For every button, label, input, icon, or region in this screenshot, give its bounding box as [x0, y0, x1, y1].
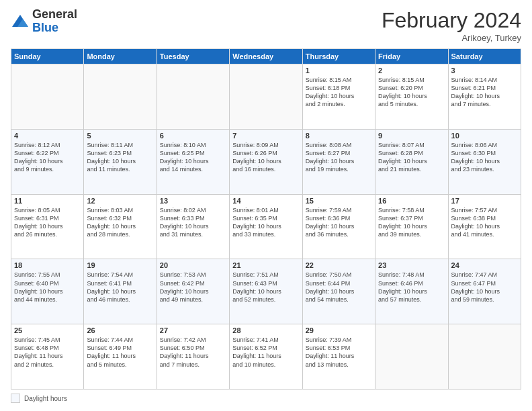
col-header-monday: Monday [84, 49, 157, 64]
day-number: 7 [232, 132, 299, 140]
col-header-thursday: Thursday [302, 49, 375, 64]
day-info: Sunrise: 7:59 AM Sunset: 6:36 PM Dayligh… [306, 206, 372, 239]
day-info: Sunrise: 8:11 AM Sunset: 6:23 PM Dayligh… [87, 141, 153, 174]
calendar-body: 1Sunrise: 8:15 AM Sunset: 6:18 PM Daylig… [11, 64, 521, 390]
day-number: 20 [160, 261, 226, 269]
day-number: 1 [306, 66, 372, 75]
day-number: 9 [378, 132, 445, 140]
calendar-cell: 2Sunrise: 8:15 AM Sunset: 6:20 PM Daylig… [375, 64, 448, 130]
calendar-cell: 13Sunrise: 8:02 AM Sunset: 6:33 PM Dayli… [157, 194, 229, 259]
day-number: 27 [160, 326, 226, 334]
week-row-2: 4Sunrise: 8:12 AM Sunset: 6:22 PM Daylig… [11, 129, 521, 194]
week-row-4: 18Sunrise: 7:55 AM Sunset: 6:40 PM Dayli… [11, 259, 521, 324]
calendar-cell: 25Sunrise: 7:45 AM Sunset: 6:48 PM Dayli… [11, 324, 84, 390]
calendar-cell: 14Sunrise: 8:01 AM Sunset: 6:35 PM Dayli… [230, 194, 302, 259]
day-info: Sunrise: 8:07 AM Sunset: 6:28 PM Dayligh… [378, 141, 445, 174]
day-info: Sunrise: 7:54 AM Sunset: 6:41 PM Dayligh… [87, 271, 153, 304]
calendar-cell [157, 64, 229, 130]
day-number: 8 [306, 132, 372, 140]
day-number: 26 [87, 326, 153, 334]
day-number: 4 [14, 132, 81, 140]
col-header-tuesday: Tuesday [157, 49, 229, 64]
day-info: Sunrise: 8:12 AM Sunset: 6:22 PM Dayligh… [14, 141, 81, 174]
week-row-1: 1Sunrise: 8:15 AM Sunset: 6:18 PM Daylig… [11, 64, 521, 130]
day-info: Sunrise: 7:48 AM Sunset: 6:46 PM Dayligh… [378, 271, 445, 304]
week-row-5: 25Sunrise: 7:45 AM Sunset: 6:48 PM Dayli… [11, 324, 521, 390]
calendar-cell: 15Sunrise: 7:59 AM Sunset: 6:36 PM Dayli… [302, 194, 375, 259]
logo: General Blue [11, 8, 77, 35]
calendar-cell: 19Sunrise: 7:54 AM Sunset: 6:41 PM Dayli… [84, 259, 157, 324]
day-info: Sunrise: 8:02 AM Sunset: 6:33 PM Dayligh… [160, 206, 226, 239]
day-number: 14 [232, 197, 299, 205]
day-info: Sunrise: 8:08 AM Sunset: 6:27 PM Dayligh… [306, 141, 372, 174]
day-number: 6 [160, 132, 226, 140]
day-info: Sunrise: 8:01 AM Sunset: 6:35 PM Dayligh… [232, 206, 299, 239]
calendar-cell: 28Sunrise: 7:41 AM Sunset: 6:52 PM Dayli… [230, 324, 302, 390]
day-info: Sunrise: 7:57 AM Sunset: 6:38 PM Dayligh… [451, 206, 518, 239]
calendar-cell: 17Sunrise: 7:57 AM Sunset: 6:38 PM Dayli… [448, 194, 521, 259]
col-header-sunday: Sunday [11, 49, 84, 64]
col-header-friday: Friday [375, 49, 448, 64]
day-number: 15 [306, 197, 372, 205]
calendar-cell: 3Sunrise: 8:14 AM Sunset: 6:21 PM Daylig… [448, 64, 521, 130]
logo-blue-text: Blue [32, 21, 58, 34]
day-number: 29 [306, 326, 372, 334]
day-number: 13 [160, 197, 226, 205]
week-row-3: 11Sunrise: 8:05 AM Sunset: 6:31 PM Dayli… [11, 194, 521, 259]
day-number: 16 [378, 197, 445, 205]
daylight-label: Daylight hours [24, 395, 67, 402]
day-number: 17 [451, 197, 518, 205]
day-info: Sunrise: 8:15 AM Sunset: 6:18 PM Dayligh… [306, 76, 372, 109]
calendar-cell [11, 64, 84, 130]
day-info: Sunrise: 7:50 AM Sunset: 6:44 PM Dayligh… [306, 271, 372, 304]
calendar-cell: 11Sunrise: 8:05 AM Sunset: 6:31 PM Dayli… [11, 194, 84, 259]
calendar-cell: 18Sunrise: 7:55 AM Sunset: 6:40 PM Dayli… [11, 259, 84, 324]
calendar-cell: 24Sunrise: 7:47 AM Sunset: 6:47 PM Dayli… [448, 259, 521, 324]
title-area: February 2024 Arikoey, Turkey [382, 8, 521, 43]
day-info: Sunrise: 8:15 AM Sunset: 6:20 PM Dayligh… [378, 76, 445, 109]
calendar-cell: 23Sunrise: 7:48 AM Sunset: 6:46 PM Dayli… [375, 259, 448, 324]
calendar-cell [448, 324, 521, 390]
calendar-cell: 26Sunrise: 7:44 AM Sunset: 6:49 PM Dayli… [84, 324, 157, 390]
day-info: Sunrise: 7:53 AM Sunset: 6:42 PM Dayligh… [160, 271, 226, 304]
month-title: February 2024 [382, 8, 521, 33]
page: General Blue February 2024 Arikoey, Turk… [0, 0, 532, 411]
day-info: Sunrise: 8:14 AM Sunset: 6:21 PM Dayligh… [451, 76, 518, 109]
day-number: 5 [87, 132, 153, 140]
day-info: Sunrise: 7:44 AM Sunset: 6:49 PM Dayligh… [87, 336, 153, 369]
day-number: 21 [232, 261, 299, 269]
day-number: 19 [87, 261, 153, 269]
day-info: Sunrise: 7:51 AM Sunset: 6:43 PM Dayligh… [232, 271, 299, 304]
day-info: Sunrise: 8:05 AM Sunset: 6:31 PM Dayligh… [14, 206, 81, 239]
day-number: 3 [451, 66, 518, 75]
calendar-cell [84, 64, 157, 130]
day-number: 11 [14, 197, 81, 205]
daylight-color-box [11, 394, 20, 403]
day-info: Sunrise: 8:10 AM Sunset: 6:25 PM Dayligh… [160, 141, 226, 174]
day-info: Sunrise: 7:39 AM Sunset: 6:53 PM Dayligh… [306, 336, 372, 369]
calendar-cell: 7Sunrise: 8:09 AM Sunset: 6:26 PM Daylig… [230, 129, 302, 194]
calendar-cell: 5Sunrise: 8:11 AM Sunset: 6:23 PM Daylig… [84, 129, 157, 194]
calendar-cell: 4Sunrise: 8:12 AM Sunset: 6:22 PM Daylig… [11, 129, 84, 194]
day-info: Sunrise: 7:55 AM Sunset: 6:40 PM Dayligh… [14, 271, 81, 304]
calendar-cell: 6Sunrise: 8:10 AM Sunset: 6:25 PM Daylig… [157, 129, 229, 194]
calendar-cell: 10Sunrise: 8:06 AM Sunset: 6:30 PM Dayli… [448, 129, 521, 194]
day-number: 23 [378, 261, 445, 269]
header: General Blue February 2024 Arikoey, Turk… [11, 8, 521, 43]
calendar-cell: 22Sunrise: 7:50 AM Sunset: 6:44 PM Dayli… [302, 259, 375, 324]
location-subtitle: Arikoey, Turkey [382, 33, 521, 43]
day-number: 12 [87, 197, 153, 205]
calendar-cell: 1Sunrise: 8:15 AM Sunset: 6:18 PM Daylig… [302, 64, 375, 130]
day-info: Sunrise: 8:03 AM Sunset: 6:32 PM Dayligh… [87, 206, 153, 239]
day-info: Sunrise: 7:41 AM Sunset: 6:52 PM Dayligh… [232, 336, 299, 369]
day-number: 22 [306, 261, 372, 269]
day-info: Sunrise: 8:06 AM Sunset: 6:30 PM Dayligh… [451, 141, 518, 174]
day-number: 2 [378, 66, 445, 75]
day-info: Sunrise: 7:47 AM Sunset: 6:47 PM Dayligh… [451, 271, 518, 304]
header-row: SundayMondayTuesdayWednesdayThursdayFrid… [11, 49, 521, 64]
day-info: Sunrise: 7:42 AM Sunset: 6:50 PM Dayligh… [160, 336, 226, 369]
calendar-cell: 20Sunrise: 7:53 AM Sunset: 6:42 PM Dayli… [157, 259, 229, 324]
calendar-cell: 16Sunrise: 7:58 AM Sunset: 6:37 PM Dayli… [375, 194, 448, 259]
day-number: 18 [14, 261, 81, 269]
day-number: 24 [451, 261, 518, 269]
